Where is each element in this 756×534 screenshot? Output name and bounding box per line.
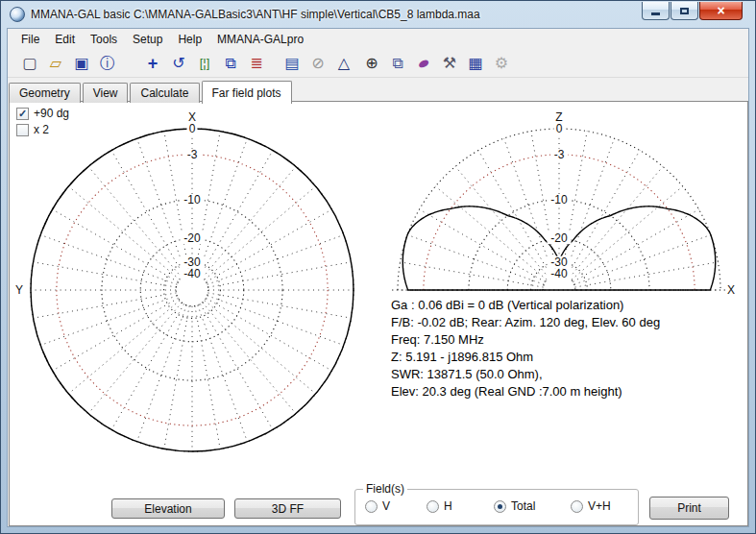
radio-total-label: Total bbox=[511, 499, 535, 513]
svg-text:X: X bbox=[727, 283, 735, 297]
svg-text:-20: -20 bbox=[183, 231, 201, 245]
print-button[interactable]: Print bbox=[649, 497, 729, 520]
svg-text:X: X bbox=[188, 110, 196, 124]
elevation-button[interactable]: Elevation bbox=[111, 498, 225, 519]
radio-v[interactable]: V bbox=[365, 499, 427, 513]
view-text-icon[interactable]: ▤ bbox=[280, 52, 304, 75]
menu-edit[interactable]: Edit bbox=[47, 31, 83, 48]
tools-icon[interactable]: ⚒ bbox=[438, 52, 461, 75]
open-file-icon[interactable]: ▱ bbox=[44, 52, 67, 75]
titlebar[interactable]: MMANA-GAL basic C:\MMANA-GALBasic3\ANT\H… bbox=[2, 2, 754, 28]
result-swr: SWR: 13871.5 (50.0 Ohm), bbox=[391, 366, 660, 383]
settings-gear-icon[interactable]: ⚙ bbox=[490, 52, 513, 75]
menu-bar: File Edit Tools Setup Help MMANA-GALpro bbox=[8, 29, 748, 49]
delta-icon[interactable]: △ bbox=[332, 52, 355, 75]
result-gain: Ga : 0.06 dBi = 0 dB (Vertical polarizat… bbox=[391, 297, 660, 314]
radio-vh[interactable]: V+H bbox=[571, 499, 611, 513]
window-title: MMANA-GAL basic C:\MMANA-GALBasic3\ANT\H… bbox=[31, 8, 480, 21]
client-area: File Edit Tools Setup Help MMANA-GALpro … bbox=[7, 28, 749, 527]
svg-text:-10: -10 bbox=[550, 193, 568, 206]
far-field-icon[interactable]: ● bbox=[412, 52, 435, 75]
svg-text:Z: Z bbox=[555, 110, 562, 124]
menu-setup[interactable]: Setup bbox=[125, 31, 170, 48]
svg-text:-3: -3 bbox=[187, 148, 198, 161]
svg-text:-40: -40 bbox=[550, 267, 568, 280]
menu-mmana-galpro[interactable]: MMANA-GALpro bbox=[209, 31, 311, 48]
menu-file[interactable]: File bbox=[13, 31, 47, 48]
far-field-glyph: ● bbox=[412, 50, 435, 76]
options-lines-icon[interactable]: ≣ bbox=[245, 52, 268, 75]
radio-h-circle[interactable] bbox=[427, 500, 439, 513]
copy-pages-icon[interactable]: ⧉ bbox=[386, 52, 409, 75]
result-freq: Freq: 7.150 MHz bbox=[391, 331, 660, 349]
maximize-icon bbox=[680, 8, 689, 14]
tab-strip: Geometry View Calculate Far field plots bbox=[9, 80, 294, 103]
svg-text:Y: Y bbox=[15, 283, 23, 297]
fields-groupbox: Field(s) V H Total bbox=[354, 489, 639, 525]
minimize-button[interactable] bbox=[642, 2, 670, 20]
menu-help[interactable]: Help bbox=[170, 31, 209, 48]
radio-vh-circle[interactable] bbox=[571, 500, 583, 513]
eraser-icon[interactable]: ⊘ bbox=[306, 52, 329, 75]
tab-far-field-plots[interactable]: Far field plots bbox=[202, 81, 292, 104]
tab-calculate[interactable]: Calculate bbox=[130, 83, 199, 103]
move-icon[interactable]: + bbox=[141, 52, 164, 75]
result-elev: Elev: 20.3 deg (Real GND :7.00 m height) bbox=[391, 383, 660, 400]
radio-vh-label: V+H bbox=[588, 499, 611, 513]
svg-text:-20: -20 bbox=[550, 231, 568, 245]
wire-edit-icon[interactable]: [¦] bbox=[193, 52, 216, 75]
tab-view[interactable]: View bbox=[83, 83, 129, 103]
target-icon[interactable]: ⊕ bbox=[360, 52, 383, 75]
svg-text:-40: -40 bbox=[183, 267, 201, 280]
elevation-polar-plot[interactable]: 0-3-10-20-30-40ZX bbox=[387, 109, 746, 303]
file-info-icon[interactable]: ⓘ bbox=[96, 52, 119, 75]
app-window: MMANA-GAL basic C:\MMANA-GALBasic3\ANT\H… bbox=[0, 0, 756, 534]
menu-tools[interactable]: Tools bbox=[83, 31, 125, 48]
svg-text:-10: -10 bbox=[183, 193, 201, 206]
far-field-plots-page: ✓ +90 dg x 2 0-3-10-20-30-40XY 0-3-10-20… bbox=[9, 101, 748, 526]
copy-window-icon[interactable]: ⧉ bbox=[219, 52, 242, 75]
3d-ff-button[interactable]: 3D FF bbox=[234, 498, 341, 519]
calculator-icon[interactable]: ▦ bbox=[464, 52, 487, 75]
rotate-icon[interactable]: ↺ bbox=[167, 52, 190, 75]
result-fb: F/B: -0.02 dB; Rear: Azim. 120 deg, Elev… bbox=[391, 314, 660, 331]
save-icon[interactable]: ▣ bbox=[70, 52, 93, 75]
maximize-button[interactable] bbox=[671, 2, 698, 20]
tab-geometry[interactable]: Geometry bbox=[9, 83, 81, 103]
calculation-results: Ga : 0.06 dBi = 0 dB (Vertical polarizat… bbox=[391, 297, 660, 400]
app-icon bbox=[10, 7, 25, 22]
radio-v-label: V bbox=[382, 499, 390, 513]
radio-v-circle[interactable] bbox=[365, 500, 378, 513]
close-button[interactable]: × bbox=[699, 2, 743, 20]
fields-radio-row: V H Total V+H bbox=[365, 499, 634, 513]
radio-h[interactable]: H bbox=[427, 499, 494, 513]
minimize-icon bbox=[651, 12, 660, 15]
radio-total-circle[interactable] bbox=[494, 500, 506, 513]
new-file-icon[interactable]: ▢ bbox=[18, 52, 41, 75]
svg-text:0: 0 bbox=[189, 122, 196, 135]
radio-h-label: H bbox=[444, 499, 452, 513]
svg-text:0: 0 bbox=[556, 122, 563, 135]
svg-text:-3: -3 bbox=[554, 148, 565, 161]
azimuth-polar-plot[interactable]: 0-3-10-20-30-40XY bbox=[12, 109, 379, 475]
fields-group-label: Field(s) bbox=[363, 482, 407, 496]
toolbar: ▢ ▱ ▣ ⓘ + ↺ [¦] ⧉ ≣ ▤ ⊘ △ ⊕ ⧉ ● ⚒ ▦ ⚙ bbox=[8, 49, 748, 78]
close-icon: × bbox=[717, 3, 724, 18]
result-impedance: Z: 5.191 - j1896.815 Ohm bbox=[391, 349, 660, 366]
radio-total[interactable]: Total bbox=[494, 499, 571, 513]
